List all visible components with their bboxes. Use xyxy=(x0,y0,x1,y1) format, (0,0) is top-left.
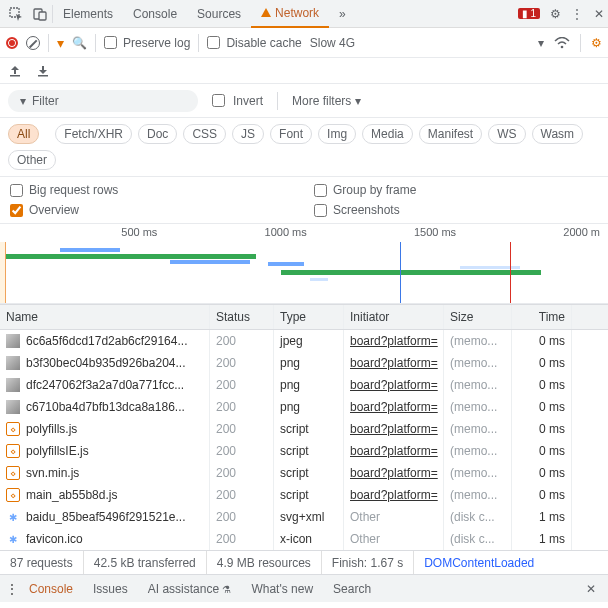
cell-time: 1 ms xyxy=(512,506,572,528)
table-row[interactable]: ✱baidu_85beaf5496f291521e...200svg+xmlOt… xyxy=(0,506,608,528)
cell-size: (memo... xyxy=(444,374,512,396)
more-filters[interactable]: More filters ▾ xyxy=(292,94,361,108)
throttle-caret-icon[interactable]: ▾ xyxy=(538,36,544,50)
cell-name: ⋄polyfills.js xyxy=(0,418,210,440)
tab-elements[interactable]: Elements xyxy=(53,1,123,27)
cell-name: dfc247062f3a2a7d0a771fcc... xyxy=(0,374,210,396)
summary-finish: Finish: 1.67 s xyxy=(322,551,414,574)
summary-resources: 4.9 MB resources xyxy=(207,551,322,574)
close-icon[interactable]: ✕ xyxy=(594,7,604,21)
download-icon[interactable] xyxy=(36,64,50,78)
cell-initiator[interactable]: Other xyxy=(344,506,444,528)
cell-status: 200 xyxy=(210,440,274,462)
cell-initiator[interactable]: board?platform= xyxy=(344,484,444,506)
drawer-tab-search[interactable]: Search xyxy=(323,578,381,600)
devtools-tabbar: Elements Console Sources Network ▮1 ⚙ ⋮ … xyxy=(0,0,608,28)
cell-initiator[interactable]: board?platform= xyxy=(344,418,444,440)
summary-requests: 87 requests xyxy=(0,551,84,574)
cell-size: (disk c... xyxy=(444,528,512,550)
overview-timeline[interactable]: 0 500 ms 1000 ms 1500 ms 2000 m xyxy=(0,224,608,304)
chip-media[interactable]: Media xyxy=(362,124,413,144)
chip-all[interactable]: All xyxy=(8,124,39,144)
tick-label: 1500 ms xyxy=(414,226,456,238)
tab-network[interactable]: Network xyxy=(251,0,329,28)
group-frame-checkbox[interactable]: Group by frame xyxy=(314,183,598,197)
overview-checkbox[interactable]: Overview xyxy=(10,203,294,217)
svg-rect-5 xyxy=(38,75,48,77)
cell-name: ⋄svn.min.js xyxy=(0,462,210,484)
more-tabs[interactable] xyxy=(329,1,356,27)
cell-time: 0 ms xyxy=(512,418,572,440)
cell-initiator[interactable]: board?platform= xyxy=(344,462,444,484)
chip-ws[interactable]: WS xyxy=(488,124,525,144)
cell-name: b3f30bec04b935d926ba204... xyxy=(0,352,210,374)
cell-status: 200 xyxy=(210,330,274,352)
filter-toggle-icon[interactable]: ▾ xyxy=(57,35,64,51)
drawer-tab-ai[interactable]: AI assistance ⚗ xyxy=(138,578,242,600)
upload-icon[interactable] xyxy=(8,64,22,78)
chip-css[interactable]: CSS xyxy=(183,124,226,144)
table-header[interactable]: NameStatusTypeInitiatorSizeTime xyxy=(0,304,608,330)
record-button[interactable] xyxy=(6,37,18,49)
chip-wasm[interactable]: Wasm xyxy=(532,124,584,144)
table-row[interactable]: c6710ba4d7bfb13dca8a186...200pngboard?pl… xyxy=(0,396,608,418)
inspect-icon[interactable] xyxy=(4,2,28,26)
disable-cache-checkbox[interactable]: Disable cache xyxy=(207,36,301,50)
preserve-log-checkbox[interactable]: Preserve log xyxy=(104,36,190,50)
big-rows-checkbox[interactable]: Big request rows xyxy=(10,183,294,197)
filter-input[interactable]: ▾Filter xyxy=(8,90,198,112)
cell-initiator[interactable]: board?platform= xyxy=(344,440,444,462)
drawer-tab-console[interactable]: Console xyxy=(19,578,83,600)
cell-size: (memo... xyxy=(444,352,512,374)
search-icon[interactable]: 🔍 xyxy=(72,36,87,50)
cell-name: ✱favicon.ico xyxy=(0,528,210,550)
cell-initiator[interactable]: board?platform= xyxy=(344,352,444,374)
cell-size: (memo... xyxy=(444,396,512,418)
cell-initiator[interactable]: Other xyxy=(344,528,444,550)
chip-other[interactable]: Other xyxy=(8,150,56,170)
chip-font[interactable]: Font xyxy=(270,124,312,144)
cell-initiator[interactable]: board?platform= xyxy=(344,374,444,396)
table-row[interactable]: b3f30bec04b935d926ba204...200pngboard?pl… xyxy=(0,352,608,374)
chip-img[interactable]: Img xyxy=(318,124,356,144)
network-settings-icon[interactable]: ⚙ xyxy=(591,36,602,50)
cell-time: 0 ms xyxy=(512,352,572,374)
clear-button[interactable] xyxy=(26,36,40,50)
kebab-icon[interactable]: ⋮ xyxy=(571,7,584,21)
screenshots-checkbox[interactable]: Screenshots xyxy=(314,203,598,217)
cell-initiator[interactable]: board?platform= xyxy=(344,330,444,352)
drawer-menu-icon[interactable]: ⋮ xyxy=(6,582,19,596)
cell-name: ✱baidu_85beaf5496f291521e... xyxy=(0,506,210,528)
cell-name: c6710ba4d7bfb13dca8a186... xyxy=(0,396,210,418)
table-row[interactable]: ⋄svn.min.js200scriptboard?platform=(memo… xyxy=(0,462,608,484)
cell-name: ⋄main_ab55b8d.js xyxy=(0,484,210,506)
wifi-icon[interactable] xyxy=(554,37,570,49)
tab-console[interactable]: Console xyxy=(123,1,187,27)
import-export-bar xyxy=(0,58,608,84)
cell-initiator[interactable]: board?platform= xyxy=(344,396,444,418)
issues-badge[interactable]: ▮1 xyxy=(518,8,540,19)
table-row[interactable]: ⋄polyfills.js200scriptboard?platform=(me… xyxy=(0,418,608,440)
table-row[interactable]: 6c6a5f6dcd17d2ab6cf29164...200jpegboard?… xyxy=(0,330,608,352)
cell-time: 0 ms xyxy=(512,462,572,484)
table-row[interactable]: ✱favicon.ico200x-iconOther(disk c...1 ms xyxy=(0,528,608,550)
tab-sources[interactable]: Sources xyxy=(187,1,251,27)
cell-status: 200 xyxy=(210,462,274,484)
chip-doc[interactable]: Doc xyxy=(138,124,177,144)
chip-js[interactable]: JS xyxy=(232,124,264,144)
settings-icon[interactable]: ⚙ xyxy=(550,7,561,21)
chip-manifest[interactable]: Manifest xyxy=(419,124,482,144)
tick-label: 2000 m xyxy=(563,226,600,238)
invert-checkbox[interactable]: Invert xyxy=(212,94,263,108)
throttling-select[interactable]: Slow 4G xyxy=(310,36,355,50)
drawer-tab-issues[interactable]: Issues xyxy=(83,578,138,600)
device-icon[interactable] xyxy=(28,2,52,26)
drawer-close-icon[interactable]: ✕ xyxy=(580,582,602,596)
chip-fetch[interactable]: Fetch/XHR xyxy=(55,124,132,144)
summary-transferred: 42.5 kB transferred xyxy=(84,551,207,574)
table-row[interactable]: ⋄main_ab55b8d.js200scriptboard?platform=… xyxy=(0,484,608,506)
svg-rect-2 xyxy=(39,12,46,20)
table-row[interactable]: ⋄polyfillsIE.js200scriptboard?platform=(… xyxy=(0,440,608,462)
drawer-tab-whatsnew[interactable]: What's new xyxy=(241,578,323,600)
table-row[interactable]: dfc247062f3a2a7d0a771fcc...200pngboard?p… xyxy=(0,374,608,396)
